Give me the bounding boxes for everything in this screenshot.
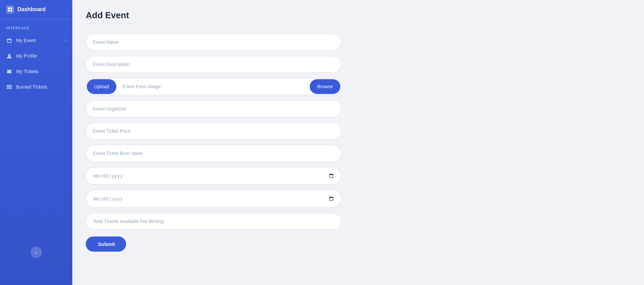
page-title: Add Event xyxy=(86,10,631,21)
sidebar-item-burned-tickets[interactable]: Burned Tickets xyxy=(0,79,72,95)
browse-button[interactable]: Browse xyxy=(310,79,340,94)
divider xyxy=(86,24,631,24)
event-ticket-price-input[interactable] xyxy=(86,123,341,139)
calendar-icon xyxy=(6,37,12,43)
sidebar: Dashboard INTERFACE My Event › My Profil… xyxy=(0,0,72,285)
total-tickets-input[interactable] xyxy=(86,213,341,230)
svg-rect-7 xyxy=(6,88,11,89)
event-start-date-input[interactable] xyxy=(86,167,341,185)
sidebar-title: Dashboard xyxy=(17,6,46,12)
submit-button[interactable]: Submit xyxy=(86,236,126,252)
sidebar-collapse-button[interactable]: ‹ xyxy=(31,247,42,258)
sidebar-item-my-event-label: My Event xyxy=(16,38,36,43)
user-icon xyxy=(6,53,12,59)
event-ticket-burn-value-input[interactable] xyxy=(86,145,341,162)
svg-rect-3 xyxy=(10,10,12,11)
chevron-right-icon: › xyxy=(65,38,66,43)
upload-row: Upload Event Pass Image Browse xyxy=(86,78,341,95)
sidebar-item-my-tickets-label: My Tickets xyxy=(16,69,38,74)
svg-point-4 xyxy=(8,54,10,56)
svg-rect-2 xyxy=(8,10,10,11)
sidebar-item-my-profile-label: My Profile xyxy=(16,53,37,59)
sidebar-header: Dashboard xyxy=(0,0,72,19)
upload-button[interactable]: Upload xyxy=(87,79,116,94)
main-content: Add Event Upload Event Pass Image Browse… xyxy=(72,0,644,285)
upload-label: Event Pass Image xyxy=(117,79,309,94)
add-event-form: Upload Event Pass Image Browse Submit xyxy=(86,34,341,252)
svg-rect-0 xyxy=(8,7,10,9)
event-end-date-input[interactable] xyxy=(86,190,341,208)
burn-icon xyxy=(6,84,12,90)
sidebar-item-my-tickets[interactable]: My Tickets xyxy=(0,64,72,79)
event-description-input[interactable] xyxy=(86,56,341,73)
sidebar-item-my-event[interactable]: My Event › xyxy=(0,33,72,48)
svg-rect-1 xyxy=(10,7,12,9)
sidebar-item-my-profile[interactable]: My Profile xyxy=(0,48,72,64)
sidebar-section-label: INTERFACE xyxy=(0,19,72,33)
event-organizer-input[interactable] xyxy=(86,100,341,117)
ticket-icon xyxy=(6,68,12,74)
event-name-input[interactable] xyxy=(86,34,341,51)
svg-rect-6 xyxy=(6,86,11,87)
svg-rect-5 xyxy=(6,85,11,86)
sidebar-item-burned-tickets-label: Burned Tickets xyxy=(16,84,47,90)
dashboard-icon xyxy=(6,5,14,13)
